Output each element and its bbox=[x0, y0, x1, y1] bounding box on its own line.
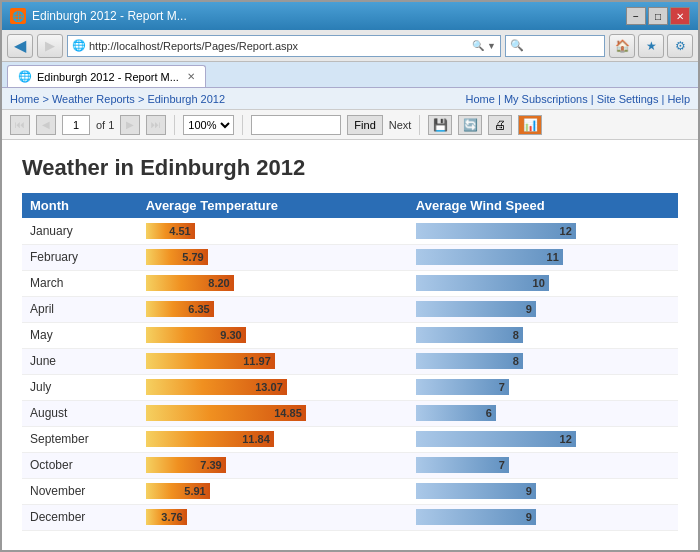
table-header-row: Month Average Temperature Average Wind S… bbox=[22, 193, 678, 218]
window-title: Edinburgh 2012 - Report M... bbox=[32, 9, 187, 23]
weather-table: Month Average Temperature Average Wind S… bbox=[22, 193, 678, 531]
temp-bar: 4.51 bbox=[146, 223, 195, 239]
home-button[interactable]: 🏠 bbox=[609, 34, 635, 58]
forward-button[interactable]: ▶ bbox=[37, 34, 63, 58]
temp-bar-container: 8.20 bbox=[146, 274, 400, 292]
first-page-button[interactable]: ⏮ bbox=[10, 115, 30, 135]
temp-cell: 4.51 bbox=[138, 218, 408, 244]
wind-bar: 8 bbox=[416, 353, 523, 369]
temp-bar: 11.84 bbox=[146, 431, 274, 447]
window-controls: − □ ✕ bbox=[626, 7, 690, 25]
temp-bar-container: 5.79 bbox=[146, 248, 400, 266]
breadcrumb: Home > Weather Reports > Edinburgh 2012 bbox=[10, 93, 225, 105]
wind-bar: 9 bbox=[416, 509, 536, 525]
wind-bar: 10 bbox=[416, 275, 549, 291]
back-button[interactable]: ◀ bbox=[7, 34, 33, 58]
wind-cell: 9 bbox=[408, 504, 678, 530]
wind-bar-container: 8 bbox=[416, 326, 670, 344]
page-icon: 🌐 bbox=[72, 39, 86, 52]
breadcrumb-edinburgh[interactable]: Edinburgh 2012 bbox=[147, 93, 225, 105]
breadcrumb-sep2: > bbox=[135, 93, 148, 105]
title-bar-left: 🌐 Edinburgh 2012 - Report M... bbox=[10, 8, 187, 24]
temp-bar-container: 4.51 bbox=[146, 222, 400, 240]
tab-close-button[interactable]: ✕ bbox=[187, 71, 195, 82]
next-page-button[interactable]: ▶ bbox=[120, 115, 140, 135]
table-row: March 8.20 10 bbox=[22, 270, 678, 296]
wind-bar-container: 8 bbox=[416, 352, 670, 370]
report-content: Weather in Edinburgh 2012 Month Average … bbox=[2, 140, 698, 550]
find-button[interactable]: Find bbox=[347, 115, 382, 135]
wind-bar: 7 bbox=[416, 379, 509, 395]
table-row: February 5.79 11 bbox=[22, 244, 678, 270]
temp-bar-container: 14.85 bbox=[146, 404, 400, 422]
temp-bar-container: 11.84 bbox=[146, 430, 400, 448]
address-bar[interactable]: 🌐 http://localhost/Reports/Pages/Report.… bbox=[67, 35, 501, 57]
right-nav: Home | My Subscriptions | Site Settings … bbox=[466, 93, 690, 105]
wind-bar-container: 12 bbox=[416, 430, 670, 448]
wind-bar-container: 12 bbox=[416, 222, 670, 240]
wind-bar-container: 10 bbox=[416, 274, 670, 292]
favorites-button[interactable]: ★ bbox=[638, 34, 664, 58]
nav-help[interactable]: Help bbox=[667, 93, 690, 105]
table-row: April 6.35 9 bbox=[22, 296, 678, 322]
temp-cell: 8.20 bbox=[138, 270, 408, 296]
wind-bar: 9 bbox=[416, 301, 536, 317]
nav-sep2: | bbox=[588, 93, 597, 105]
wind-bar-container: 11 bbox=[416, 248, 670, 266]
month-cell: July bbox=[22, 374, 138, 400]
find-input[interactable] bbox=[251, 115, 341, 135]
wind-bar: 7 bbox=[416, 457, 509, 473]
maximize-button[interactable]: □ bbox=[648, 7, 668, 25]
browser-search-box[interactable]: 🔍 bbox=[505, 35, 605, 57]
address-dropdown-icon[interactable]: ▼ bbox=[487, 41, 496, 51]
menu-bar: Home > Weather Reports > Edinburgh 2012 … bbox=[2, 88, 698, 110]
last-page-button[interactable]: ⏭ bbox=[146, 115, 166, 135]
wind-bar: 12 bbox=[416, 223, 576, 239]
nav-settings[interactable]: Site Settings bbox=[597, 93, 659, 105]
active-tab[interactable]: 🌐 Edinburgh 2012 - Report M... ✕ bbox=[7, 65, 206, 87]
wind-bar-container: 9 bbox=[416, 508, 670, 526]
page-number-input[interactable] bbox=[62, 115, 90, 135]
wind-bar-container: 7 bbox=[416, 378, 670, 396]
refresh-button[interactable]: 🔄 bbox=[458, 115, 482, 135]
nav-subscriptions[interactable]: My Subscriptions bbox=[504, 93, 588, 105]
prev-page-button[interactable]: ◀ bbox=[36, 115, 56, 135]
minimize-button[interactable]: − bbox=[626, 7, 646, 25]
search-icon: 🔍 bbox=[510, 39, 524, 52]
breadcrumb-sep1: > bbox=[39, 93, 52, 105]
nav-home[interactable]: Home bbox=[466, 93, 495, 105]
wind-cell: 7 bbox=[408, 452, 678, 478]
tab-label: Edinburgh 2012 - Report M... bbox=[37, 71, 179, 83]
settings-button[interactable]: ⚙ bbox=[667, 34, 693, 58]
wind-bar: 12 bbox=[416, 431, 576, 447]
close-button[interactable]: ✕ bbox=[670, 7, 690, 25]
find-next-label[interactable]: Next bbox=[389, 119, 412, 131]
wind-bar: 6 bbox=[416, 405, 496, 421]
print-button[interactable]: 🖨 bbox=[488, 115, 512, 135]
search-dropdown-icon[interactable]: 🔍 bbox=[472, 40, 484, 51]
wind-bar: 9 bbox=[416, 483, 536, 499]
col-header-month: Month bbox=[22, 193, 138, 218]
wind-cell: 8 bbox=[408, 322, 678, 348]
month-cell: August bbox=[22, 400, 138, 426]
export-button[interactable]: 💾 bbox=[428, 115, 452, 135]
month-cell: January bbox=[22, 218, 138, 244]
wind-cell: 8 bbox=[408, 348, 678, 374]
temp-cell: 3.76 bbox=[138, 504, 408, 530]
wind-bar: 11 bbox=[416, 249, 563, 265]
col-header-temp: Average Temperature bbox=[138, 193, 408, 218]
table-row: June 11.97 8 bbox=[22, 348, 678, 374]
month-cell: November bbox=[22, 478, 138, 504]
breadcrumb-weather[interactable]: Weather Reports bbox=[52, 93, 135, 105]
temp-cell: 11.84 bbox=[138, 426, 408, 452]
zoom-select[interactable]: 100% 75% 125% 150% bbox=[183, 115, 234, 135]
temp-bar: 13.07 bbox=[146, 379, 287, 395]
wind-bar-container: 9 bbox=[416, 482, 670, 500]
temp-cell: 14.85 bbox=[138, 400, 408, 426]
temp-bar-container: 9.30 bbox=[146, 326, 400, 344]
temp-bar: 5.79 bbox=[146, 249, 208, 265]
breadcrumb-home[interactable]: Home bbox=[10, 93, 39, 105]
temp-cell: 13.07 bbox=[138, 374, 408, 400]
wind-cell: 12 bbox=[408, 426, 678, 452]
dataview-button[interactable]: 📊 bbox=[518, 115, 542, 135]
